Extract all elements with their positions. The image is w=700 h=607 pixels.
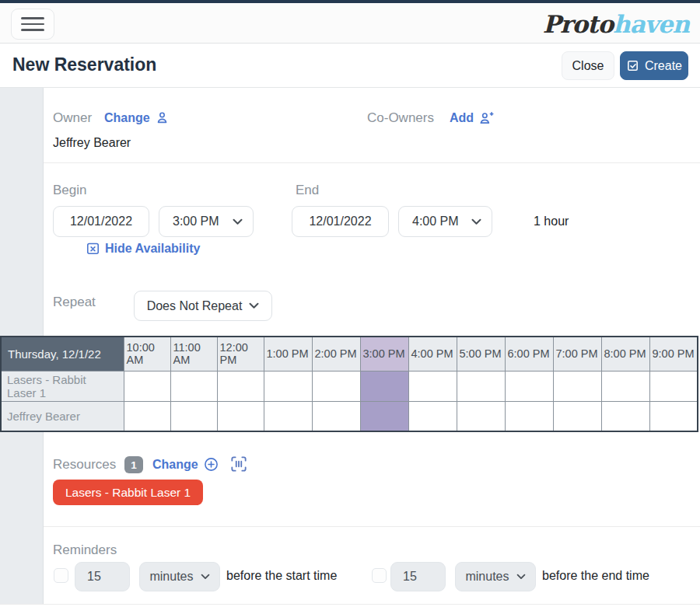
end-time-value: 4:00 PM: [412, 215, 459, 228]
resource-chip[interactable]: Lasers - Rabbit Laser 1: [53, 480, 203, 505]
repeat-select[interactable]: Does Not Repeat: [134, 291, 272, 321]
hide-availability-label: Hide Availability: [105, 242, 200, 256]
section-divider: [44, 526, 700, 527]
chevron-down-icon: [201, 574, 210, 580]
availability-cell[interactable]: [124, 401, 170, 431]
availability-row-label: Jeffrey Bearer: [1, 401, 124, 431]
change-owner-label: Change: [104, 111, 150, 125]
time-column-header: 4:00 PM: [408, 337, 457, 371]
time-column-header-selected: 3:00 PM: [360, 337, 408, 371]
reminders-label: Reminders: [53, 542, 117, 558]
availability-date-header: Thursday, 12/1/22: [1, 337, 124, 371]
availability-cell[interactable]: [264, 401, 312, 431]
begin-time-value: 3:00 PM: [173, 215, 219, 228]
availability-row-resource: Lasers - Rabbit Laser 1: [1, 371, 698, 401]
end-reminder-value: 15: [403, 570, 417, 584]
chevron-down-icon: [249, 302, 259, 309]
person-small-icon: [155, 110, 170, 125]
time-column-header: 7:00 PM: [553, 337, 601, 371]
calendar-x-icon: [86, 241, 100, 256]
chevron-down-icon: [471, 218, 481, 225]
time-column-header: 11:00 AM: [170, 337, 217, 371]
availability-cell[interactable]: [408, 371, 457, 401]
bottom-divider: [0, 604, 700, 605]
start-reminder-unit-select[interactable]: minutes: [139, 562, 220, 591]
repeat-label: Repeat: [53, 295, 96, 310]
time-column-header: 12:00 PM: [217, 337, 264, 371]
add-co-owner-label: Add: [450, 111, 474, 125]
owner-label: Owner: [53, 110, 92, 126]
availability-table: Thursday, 12/1/22 10:00 AM 11:00 AM 12:0…: [0, 336, 698, 432]
person-plus-icon: [478, 110, 494, 126]
availability-cell[interactable]: [264, 371, 312, 401]
add-co-owner-link[interactable]: Add: [450, 110, 494, 126]
checkbox-check-icon: [626, 59, 639, 72]
availability-cell[interactable]: [457, 371, 505, 401]
availability-cell[interactable]: [170, 401, 217, 431]
chevron-down-icon: [516, 574, 526, 580]
navbar: Protohaven: [0, 3, 700, 44]
logo-proto-text: Proto: [543, 10, 613, 38]
time-column-header: 8:00 PM: [601, 337, 649, 371]
begin-date-value: 12/01/2022: [70, 215, 132, 228]
availability-cell[interactable]: [505, 401, 553, 431]
hide-availability-link[interactable]: Hide Availability: [86, 241, 200, 256]
page-title: New Reservation: [12, 54, 156, 75]
availability-cell[interactable]: [217, 401, 264, 431]
create-button[interactable]: Create: [620, 51, 688, 80]
create-button-label: Create: [645, 59, 682, 73]
availability-row-owner: Jeffrey Bearer: [1, 401, 698, 431]
change-owner-link[interactable]: Change: [104, 110, 170, 125]
start-reminder-checkbox[interactable]: [54, 568, 68, 583]
menu-button[interactable]: [11, 9, 54, 40]
availability-cell[interactable]: [553, 401, 601, 431]
end-reminder-checkbox[interactable]: [372, 568, 387, 583]
availability-cell[interactable]: [457, 401, 505, 431]
availability-cell[interactable]: [553, 371, 601, 401]
resource-chip-label: Lasers - Rabbit Laser 1: [65, 486, 191, 500]
availability-header-row: Thursday, 12/1/22 10:00 AM 11:00 AM 12:0…: [1, 337, 698, 371]
time-column-header: 1:00 PM: [264, 337, 312, 371]
time-column-header: 6:00 PM: [505, 337, 553, 371]
availability-cell[interactable]: [124, 371, 170, 401]
change-resources-link[interactable]: Change: [152, 456, 219, 473]
availability-cell[interactable]: [601, 401, 649, 431]
section-divider: [44, 162, 700, 163]
availability-cell[interactable]: [601, 371, 649, 401]
scan-resource-button[interactable]: [229, 454, 249, 476]
availability-cell[interactable]: [170, 371, 217, 401]
availability-cell[interactable]: [312, 371, 360, 401]
availability-row-label: Lasers - Rabbit Laser 1: [1, 371, 124, 401]
begin-label: Begin: [53, 183, 86, 198]
availability-cell-selected[interactable]: [360, 371, 408, 401]
start-reminder-value: 15: [87, 570, 101, 584]
availability-cell[interactable]: [217, 371, 264, 401]
end-label: End: [296, 183, 319, 198]
begin-date-input[interactable]: 12/01/2022: [53, 206, 149, 237]
availability-cell[interactable]: [649, 371, 698, 401]
plus-circle-icon: [203, 456, 219, 473]
end-date-input[interactable]: 12/01/2022: [292, 206, 389, 237]
availability-cell[interactable]: [408, 401, 457, 431]
page-header: New Reservation Close Create: [0, 44, 700, 88]
end-time-select[interactable]: 4:00 PM: [398, 206, 492, 237]
availability-cell[interactable]: [312, 401, 360, 431]
repeat-value: Does Not Repeat: [147, 299, 243, 313]
begin-time-select[interactable]: 3:00 PM: [159, 206, 254, 237]
change-resources-label: Change: [152, 458, 198, 472]
duration-text: 1 hour: [534, 215, 569, 228]
time-column-header: 10:00 AM: [124, 337, 170, 371]
time-column-header: 5:00 PM: [457, 337, 505, 371]
new-reservation-page: Protohaven New Reservation Close Create …: [0, 0, 700, 607]
resources-count-badge: 1: [124, 456, 143, 473]
end-reminder-value-input[interactable]: 15: [390, 562, 446, 591]
start-reminder-value-input[interactable]: 15: [75, 562, 130, 591]
availability-cell[interactable]: [505, 371, 553, 401]
availability-cell-selected[interactable]: [360, 401, 408, 431]
start-reminder-suffix: before the start time: [226, 569, 337, 583]
end-date-value: 12/01/2022: [309, 215, 371, 228]
close-button[interactable]: Close: [562, 51, 614, 80]
availability-cell[interactable]: [649, 401, 698, 431]
time-column-header: 9:00 PM: [649, 337, 698, 371]
end-reminder-unit-select[interactable]: minutes: [455, 562, 536, 591]
